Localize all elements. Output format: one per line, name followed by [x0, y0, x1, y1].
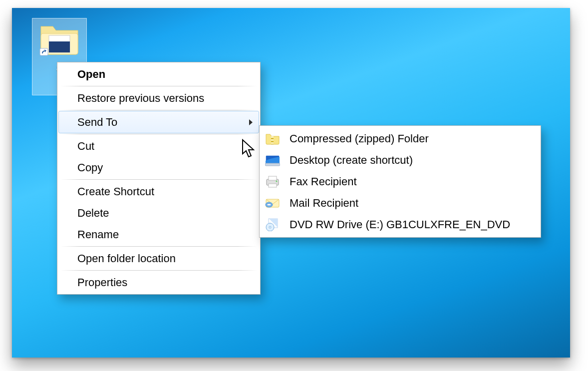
- submenu-item-label: Fax Recipient: [290, 175, 357, 188]
- desktop-background[interactable]: S Open Restore previous versions Send To…: [12, 8, 570, 358]
- send-to-fax-recipient[interactable]: Fax Recipient: [261, 171, 540, 192]
- menu-delete[interactable]: Delete: [58, 202, 259, 224]
- menu-create-shortcut[interactable]: Create Shortcut: [58, 181, 259, 202]
- send-to-compressed-folder[interactable]: Compressed (zipped) Folder: [261, 128, 540, 149]
- fax-icon: [264, 175, 282, 188]
- menu-properties[interactable]: Properties: [58, 272, 259, 293]
- send-to-mail-recipient[interactable]: Mail Recipient: [261, 192, 540, 214]
- menu-item-label: Restore previous versions: [77, 92, 204, 105]
- menu-item-label: Create Shortcut: [77, 185, 154, 198]
- menu-separator: [60, 270, 257, 271]
- menu-item-label: Delete: [77, 207, 109, 220]
- menu-separator: [60, 246, 257, 247]
- svg-rect-5: [271, 139, 274, 141]
- menu-copy[interactable]: Copy: [58, 157, 259, 178]
- folder-icon: [38, 21, 81, 61]
- menu-cut[interactable]: Cut: [58, 135, 259, 157]
- svg-rect-1: [49, 41, 70, 52]
- svg-point-12: [276, 180, 278, 182]
- menu-open-folder-location[interactable]: Open folder location: [58, 248, 259, 269]
- menu-item-label: Properties: [77, 276, 127, 289]
- menu-open[interactable]: Open: [58, 63, 259, 85]
- menu-rename[interactable]: Rename: [58, 224, 259, 245]
- submenu-item-label: Compressed (zipped) Folder: [290, 132, 429, 145]
- submenu-arrow-icon: [249, 119, 253, 125]
- context-menu: Open Restore previous versions Send To C…: [57, 62, 261, 295]
- menu-item-label: Open folder location: [77, 252, 176, 265]
- menu-item-label: Copy: [77, 161, 103, 174]
- menu-separator: [60, 110, 257, 110]
- mail-icon: [264, 198, 282, 209]
- desktop-icon: [264, 154, 282, 166]
- menu-separator: [60, 86, 257, 86]
- menu-send-to[interactable]: Send To: [58, 111, 259, 133]
- svg-rect-6: [271, 142, 274, 144]
- menu-separator: [60, 179, 257, 180]
- zipped-folder-icon: [264, 132, 282, 145]
- submenu-item-label: DVD RW Drive (E:) GB1CULXFRE_EN_DVD: [290, 218, 510, 231]
- menu-item-label: Send To: [77, 116, 117, 129]
- send-to-submenu: Compressed (zipped) Folder Desktop (crea…: [259, 125, 541, 238]
- svg-rect-10: [269, 176, 277, 180]
- submenu-item-label: Mail Recipient: [290, 197, 358, 210]
- svg-rect-11: [269, 184, 277, 187]
- menu-separator: [60, 134, 257, 134]
- submenu-item-label: Desktop (create shortcut): [290, 154, 413, 167]
- send-to-desktop-shortcut[interactable]: Desktop (create shortcut): [261, 149, 540, 171]
- menu-item-label: Open: [77, 68, 105, 81]
- svg-rect-15: [267, 204, 271, 206]
- send-to-dvd-drive[interactable]: DVD RW Drive (E:) GB1CULXFRE_EN_DVD: [261, 214, 540, 235]
- menu-restore-previous-versions[interactable]: Restore previous versions: [58, 87, 259, 109]
- svg-rect-4: [271, 136, 274, 138]
- svg-rect-8: [265, 163, 280, 166]
- menu-item-label: Rename: [77, 228, 119, 241]
- dvd-drive-icon: [264, 218, 282, 231]
- menu-item-label: Cut: [77, 140, 94, 153]
- svg-point-18: [269, 226, 271, 228]
- svg-rect-2: [40, 48, 48, 55]
